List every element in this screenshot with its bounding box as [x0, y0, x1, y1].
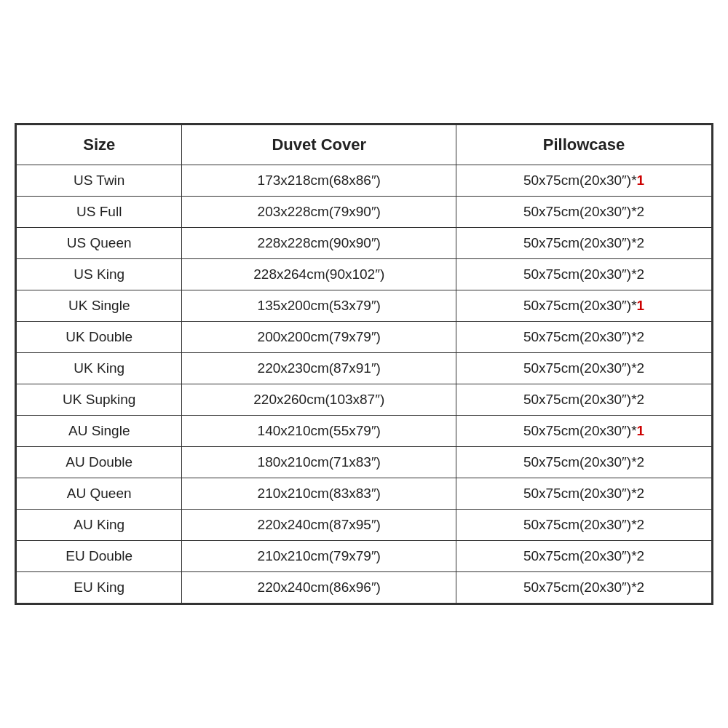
cell-pillowcase: 50x75cm(20x30″)*2: [456, 353, 712, 384]
table-row: UK Supking220x260cm(103x87″)50x75cm(20x3…: [17, 384, 712, 416]
cell-pillowcase: 50x75cm(20x30″)*1: [456, 416, 712, 447]
header-pillowcase: Pillowcase: [456, 125, 712, 165]
cell-size: AU Queen: [17, 478, 182, 510]
header-size: Size: [17, 125, 182, 165]
cell-duvet: 200x200cm(79x79″): [182, 322, 456, 353]
cell-duvet: 203x228cm(79x90″): [182, 197, 456, 228]
cell-pillowcase: 50x75cm(20x30″)*2: [456, 384, 712, 416]
cell-pillowcase: 50x75cm(20x30″)*2: [456, 541, 712, 572]
cell-pillowcase: 50x75cm(20x30″)*1: [456, 165, 712, 197]
cell-size: EU Double: [17, 541, 182, 572]
cell-pillowcase: 50x75cm(20x30″)*2: [456, 510, 712, 541]
table-row: UK King220x230cm(87x91″)50x75cm(20x30″)*…: [17, 353, 712, 384]
cell-duvet: 220x240cm(87x95″): [182, 510, 456, 541]
table-header-row: Size Duvet Cover Pillowcase: [17, 125, 712, 165]
cell-size: UK Supking: [17, 384, 182, 416]
cell-pillowcase: 50x75cm(20x30″)*2: [456, 259, 712, 290]
table-row: US Queen228x228cm(90x90″)50x75cm(20x30″)…: [17, 228, 712, 259]
cell-duvet: 210x210cm(83x83″): [182, 478, 456, 510]
cell-pillowcase: 50x75cm(20x30″)*2: [456, 447, 712, 478]
cell-duvet: 210x210cm(79x79″): [182, 541, 456, 572]
cell-size: US King: [17, 259, 182, 290]
cell-duvet: 140x210cm(55x79″): [182, 416, 456, 447]
cell-duvet: 220x230cm(87x91″): [182, 353, 456, 384]
cell-duvet: 180x210cm(71x83″): [182, 447, 456, 478]
cell-pillowcase: 50x75cm(20x30″)*2: [456, 197, 712, 228]
cell-size: UK King: [17, 353, 182, 384]
cell-duvet: 173x218cm(68x86″): [182, 165, 456, 197]
table-row: AU Queen210x210cm(83x83″)50x75cm(20x30″)…: [17, 478, 712, 510]
cell-size: UK Double: [17, 322, 182, 353]
table-row: EU Double210x210cm(79x79″)50x75cm(20x30″…: [17, 541, 712, 572]
cell-size: US Twin: [17, 165, 182, 197]
cell-size: AU Double: [17, 447, 182, 478]
cell-size: AU King: [17, 510, 182, 541]
table-row: US Twin173x218cm(68x86″)50x75cm(20x30″)*…: [17, 165, 712, 197]
cell-pillowcase: 50x75cm(20x30″)*2: [456, 572, 712, 604]
table-row: AU Single140x210cm(55x79″)50x75cm(20x30″…: [17, 416, 712, 447]
cell-duvet: 135x200cm(53x79″): [182, 290, 456, 322]
cell-duvet: 228x264cm(90x102″): [182, 259, 456, 290]
size-chart-container: Size Duvet Cover Pillowcase US Twin173x2…: [15, 123, 713, 605]
table-row: AU King220x240cm(87x95″)50x75cm(20x30″)*…: [17, 510, 712, 541]
cell-size: US Queen: [17, 228, 182, 259]
cell-size: US Full: [17, 197, 182, 228]
cell-duvet: 220x260cm(103x87″): [182, 384, 456, 416]
table-row: UK Double200x200cm(79x79″)50x75cm(20x30″…: [17, 322, 712, 353]
table-row: AU Double180x210cm(71x83″)50x75cm(20x30″…: [17, 447, 712, 478]
cell-pillowcase: 50x75cm(20x30″)*2: [456, 478, 712, 510]
table-row: US King228x264cm(90x102″)50x75cm(20x30″)…: [17, 259, 712, 290]
cell-pillowcase: 50x75cm(20x30″)*2: [456, 322, 712, 353]
table-row: US Full203x228cm(79x90″)50x75cm(20x30″)*…: [17, 197, 712, 228]
cell-pillowcase: 50x75cm(20x30″)*1: [456, 290, 712, 322]
table-row: EU King220x240cm(86x96″)50x75cm(20x30″)*…: [17, 572, 712, 604]
cell-size: UK Single: [17, 290, 182, 322]
cell-size: AU Single: [17, 416, 182, 447]
table-row: UK Single135x200cm(53x79″)50x75cm(20x30″…: [17, 290, 712, 322]
cell-duvet: 220x240cm(86x96″): [182, 572, 456, 604]
header-duvet: Duvet Cover: [182, 125, 456, 165]
cell-size: EU King: [17, 572, 182, 604]
cell-pillowcase: 50x75cm(20x30″)*2: [456, 228, 712, 259]
cell-duvet: 228x228cm(90x90″): [182, 228, 456, 259]
size-chart-table: Size Duvet Cover Pillowcase US Twin173x2…: [16, 124, 712, 604]
